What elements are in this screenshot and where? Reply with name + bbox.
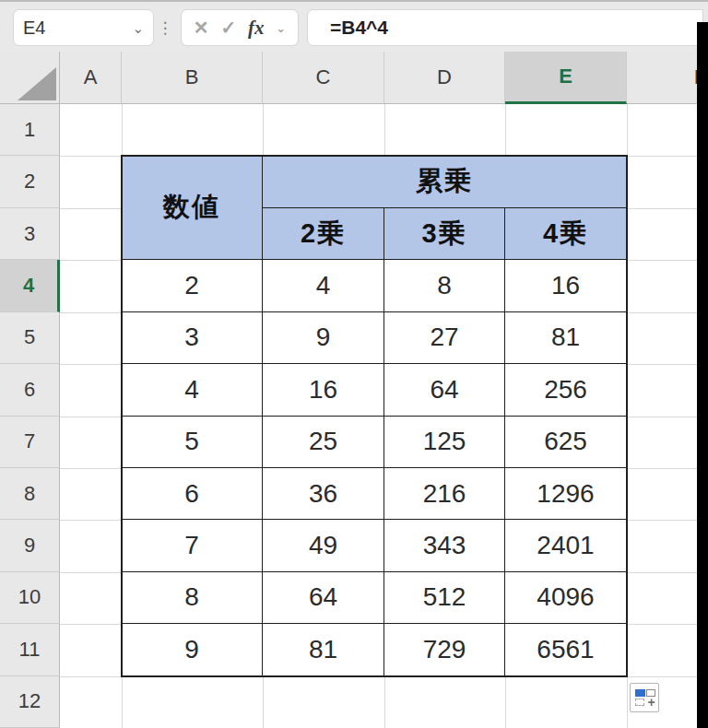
row-header-3[interactable]: 3 xyxy=(0,208,60,260)
row-header-2[interactable]: 2 xyxy=(0,156,60,207)
cell-b5[interactable]: 3 xyxy=(122,312,263,364)
cell-e11[interactable]: 6561 xyxy=(505,624,627,675)
row-header-9[interactable]: 9 xyxy=(0,520,60,571)
quick-analysis-icon xyxy=(635,699,644,706)
row-header-1[interactable]: 1 xyxy=(0,104,60,156)
cell-d10[interactable]: 512 xyxy=(384,572,505,624)
cell-d6[interactable]: 64 xyxy=(384,364,505,416)
more-options-icon: ⋮ xyxy=(159,9,171,46)
row-header-10[interactable]: 10 xyxy=(0,572,60,624)
cell-c4[interactable]: 4 xyxy=(263,260,384,311)
cell-b10[interactable]: 8 xyxy=(122,572,263,624)
cell-e5[interactable]: 81 xyxy=(505,312,627,364)
confirm-icon[interactable]: ✓ xyxy=(220,17,236,39)
formula-bar[interactable]: =B4^4 xyxy=(307,9,703,46)
row-header-5[interactable]: 5 xyxy=(0,312,60,364)
chevron-down-icon[interactable]: ⌄ xyxy=(132,21,144,35)
spreadsheet-grid: ABCDEF123456789101112数値累乗2乗3乗4乗248163927… xyxy=(0,52,708,728)
cell-d9[interactable]: 343 xyxy=(384,520,505,571)
name-box-value: E4 xyxy=(23,18,132,39)
cell-b9[interactable]: 7 xyxy=(122,520,263,571)
cell-c9[interactable]: 49 xyxy=(263,520,384,571)
cell-b7[interactable]: 5 xyxy=(122,417,263,468)
column-header-c[interactable]: C xyxy=(263,52,384,104)
row-header-8[interactable]: 8 xyxy=(0,468,60,520)
cell-d5[interactable]: 27 xyxy=(384,312,505,364)
cell-d11[interactable]: 729 xyxy=(384,624,505,675)
cell-b4[interactable]: 2 xyxy=(122,260,263,311)
cell-c11[interactable]: 81 xyxy=(263,624,384,675)
gridline xyxy=(627,104,628,728)
cell-b8[interactable]: 6 xyxy=(122,468,263,520)
cell-e8[interactable]: 1296 xyxy=(505,468,627,520)
column-header-d[interactable]: D xyxy=(384,52,505,104)
row-header-6[interactable]: 6 xyxy=(0,364,60,416)
cell-c7[interactable]: 25 xyxy=(263,417,384,468)
cell-c2-power-header[interactable]: 累乗 xyxy=(263,156,627,207)
cell-power-subheader-4[interactable]: 4乗 xyxy=(505,208,627,260)
cell-e6[interactable]: 256 xyxy=(505,364,627,416)
cell-e7[interactable]: 625 xyxy=(505,417,627,468)
cell-b6[interactable]: 4 xyxy=(122,364,263,416)
cell-e10[interactable]: 4096 xyxy=(505,572,627,624)
cell-d8[interactable]: 216 xyxy=(384,468,505,520)
quick-analysis-icon xyxy=(635,689,645,697)
cell-power-subheader-3[interactable]: 3乗 xyxy=(384,208,505,260)
cell-d7[interactable]: 125 xyxy=(384,417,505,468)
row-header-4[interactable]: 4 xyxy=(0,260,60,311)
column-header-e[interactable]: E xyxy=(505,52,627,104)
formula-toolbar: E4 ⌄ ⋮ ✕ ✓ fx ⌄ =B4^4 xyxy=(0,0,708,52)
cell-c10[interactable]: 64 xyxy=(263,572,384,624)
cell-e9[interactable]: 2401 xyxy=(505,520,627,571)
formula-text: =B4^4 xyxy=(330,17,388,39)
plus-icon: + xyxy=(646,697,656,708)
formula-buttons: ✕ ✓ fx ⌄ xyxy=(181,9,299,46)
cancel-icon[interactable]: ✕ xyxy=(194,17,209,39)
select-all-button[interactable] xyxy=(0,52,60,104)
chevron-down-icon[interactable]: ⌄ xyxy=(276,21,286,35)
name-box[interactable]: E4 ⌄ xyxy=(13,9,154,46)
cell-c6[interactable]: 16 xyxy=(263,364,384,416)
row-header-7[interactable]: 7 xyxy=(0,417,60,468)
cell-e4[interactable]: 16 xyxy=(505,260,627,311)
cell-power-subheader-2[interactable]: 2乗 xyxy=(263,208,384,260)
cell-b2-value-header[interactable]: 数値 xyxy=(122,156,263,260)
row-header-12[interactable]: 12 xyxy=(0,676,60,728)
insert-function-icon[interactable]: fx xyxy=(248,17,265,40)
select-all-icon xyxy=(18,67,56,100)
column-header-f[interactable]: F xyxy=(627,52,708,104)
quick-analysis-button[interactable]: + xyxy=(630,683,659,712)
cell-b11[interactable]: 9 xyxy=(122,624,263,675)
cell-d4[interactable]: 8 xyxy=(384,260,505,311)
cell-c8[interactable]: 36 xyxy=(263,468,384,520)
row-header-11[interactable]: 11 xyxy=(0,624,60,675)
window-edge xyxy=(697,22,708,728)
cell-c5[interactable]: 9 xyxy=(263,312,384,364)
column-header-a[interactable]: A xyxy=(60,52,122,104)
excel-window: E4 ⌄ ⋮ ✕ ✓ fx ⌄ =B4^4 ABCDEF123456789101… xyxy=(0,0,708,728)
column-header-b[interactable]: B xyxy=(122,52,263,104)
